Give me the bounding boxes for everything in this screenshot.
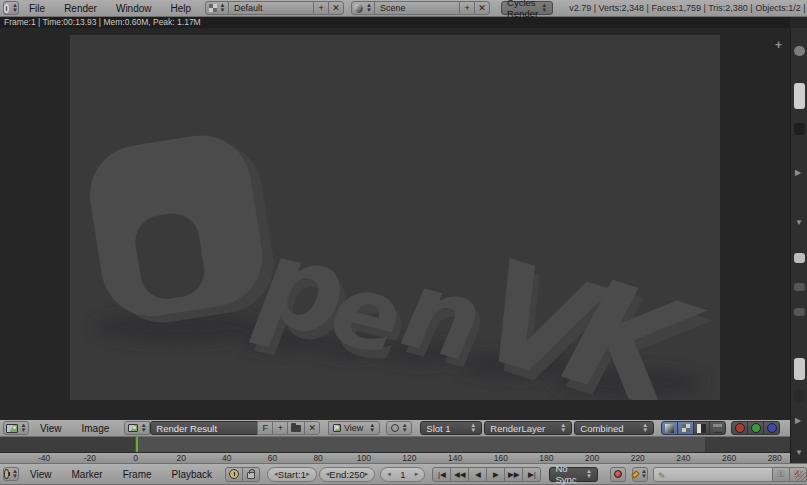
- jump-to-end-button[interactable]: ▶|: [522, 467, 541, 482]
- play-button[interactable]: ▶: [486, 467, 505, 482]
- blender-window: { "top_header": { "menus": ["File", "Ren…: [0, 0, 807, 485]
- keying-dropdown[interactable]: ▲▼: [632, 467, 648, 482]
- av-sync-dropdown[interactable]: No Sync ▲▼: [549, 467, 598, 482]
- alpha-checker-toggle[interactable]: [677, 421, 694, 435]
- panel-widget-fragment[interactable]: [794, 253, 805, 263]
- play-icon[interactable]: ▶: [795, 416, 801, 425]
- render-3d-text: p e n V K p e n V K: [70, 35, 720, 400]
- menu-image[interactable]: Image: [73, 423, 119, 434]
- jump-to-start-button[interactable]: |◀: [432, 467, 451, 482]
- scene-browse-dropdown[interactable]: ▲▼: [351, 1, 375, 15]
- layout-close-button[interactable]: ✕: [328, 1, 344, 15]
- menu-help[interactable]: Help: [162, 3, 201, 14]
- scene-close-button[interactable]: ✕: [474, 1, 490, 15]
- panel-widget-fragment[interactable]: [794, 46, 805, 56]
- menu-marker[interactable]: Marker: [63, 469, 112, 480]
- scene-add-button[interactable]: +: [459, 1, 475, 15]
- panel-widget-fragment[interactable]: [794, 358, 805, 380]
- render-layer-dropdown[interactable]: RenderLayer ▲▼: [484, 421, 572, 435]
- chevron-updown-icon: ▲▼: [12, 469, 18, 479]
- clock-icon: [4, 469, 9, 479]
- chevron-updown-icon: ▲▼: [369, 423, 375, 433]
- render-layer-value: RenderLayer: [490, 423, 545, 434]
- decrement-arrow-icon[interactable]: ◂: [387, 470, 391, 478]
- screen-layout-name-field[interactable]: Default: [228, 1, 314, 15]
- region-expand-plus-icon[interactable]: +: [775, 38, 782, 52]
- ruler-tick: 40: [222, 453, 231, 463]
- increment-arrow-icon[interactable]: ▸: [415, 470, 419, 478]
- pivot-dropdown[interactable]: ▲▼: [386, 421, 412, 435]
- menu-frame[interactable]: Frame: [114, 469, 161, 480]
- folder-icon: [291, 425, 301, 432]
- start-frame-field[interactable]: ◂ Start: 1 ▸: [267, 467, 317, 482]
- unlink-image-button[interactable]: ✕: [304, 421, 320, 435]
- z-buffer-toggle[interactable]: [709, 421, 726, 435]
- timeline-track-area[interactable]: [0, 437, 790, 452]
- current-frame-value: 1: [400, 469, 405, 480]
- image-name-field[interactable]: Render Result: [150, 421, 258, 435]
- red-channel-button[interactable]: [731, 421, 748, 435]
- layout-add-button[interactable]: +: [313, 1, 329, 15]
- render-engine-dropdown[interactable]: Cycles Render ▲▼: [501, 1, 553, 15]
- layers-icon: [713, 424, 722, 433]
- editor-mode-dropdown[interactable]: View ▲▼: [328, 421, 380, 435]
- play-reverse-button[interactable]: ◀: [468, 467, 487, 482]
- ruler-tick: -20: [84, 453, 96, 463]
- editor-type-dropdown[interactable]: i ▲▼: [3, 1, 19, 15]
- slot-dropdown[interactable]: Slot 1 ▲▼: [420, 421, 482, 435]
- editor-type-dropdown[interactable]: ▲▼: [3, 421, 29, 435]
- menu-view[interactable]: View: [21, 469, 61, 480]
- menu-playback[interactable]: Playback: [163, 469, 222, 480]
- timeline-frame-range: [135, 437, 705, 452]
- slot-value: Slot 1: [426, 423, 450, 434]
- previous-keyframe-button[interactable]: ◀◀: [450, 467, 469, 482]
- chevron-updown-icon: ▲▼: [642, 423, 648, 433]
- lock-icon: [247, 472, 255, 479]
- render-pass-dropdown[interactable]: Combined ▲▼: [574, 421, 654, 435]
- panel-widget-fragment[interactable]: [794, 283, 805, 291]
- play-icon[interactable]: ▶: [795, 168, 801, 177]
- increment-arrow-icon[interactable]: ▸: [365, 470, 369, 478]
- green-circle-icon: [751, 423, 761, 433]
- active-keying-set-field[interactable]: [653, 467, 773, 482]
- open-image-button[interactable]: [287, 421, 305, 435]
- screen-layout-browse-dropdown[interactable]: ▲▼: [205, 1, 229, 15]
- insert-keyframe-button[interactable]: ⚿: [772, 467, 790, 482]
- image-browse-dropdown[interactable]: ▲▼: [124, 421, 150, 435]
- layout-icon: [209, 4, 217, 12]
- fake-user-button[interactable]: F: [257, 421, 273, 435]
- end-frame-field[interactable]: ◂ End: 250 ▸: [319, 467, 375, 482]
- timeline-playhead[interactable]: [136, 437, 138, 452]
- preview-range-toggle[interactable]: [225, 467, 243, 482]
- alpha-only-toggle[interactable]: [693, 421, 710, 435]
- color-management-toggle[interactable]: [661, 421, 678, 435]
- timeline-ruler[interactable]: -40-200204060801001201401601802002202402…: [0, 452, 790, 463]
- gradient-icon: [665, 424, 674, 433]
- menu-file[interactable]: File: [20, 3, 54, 14]
- chevron-updown-icon: ▲▼: [12, 3, 18, 13]
- menu-render[interactable]: Render: [55, 3, 106, 14]
- editor-type-dropdown[interactable]: ▲▼: [3, 467, 19, 481]
- corner-resize-grip[interactable]: [795, 471, 806, 482]
- blue-channel-button[interactable]: [763, 421, 780, 435]
- new-image-button[interactable]: +: [272, 421, 288, 435]
- panel-widget-fragment[interactable]: [794, 390, 805, 402]
- end-value: 250: [349, 469, 365, 480]
- scene-name-field[interactable]: Scene: [374, 1, 460, 15]
- next-keyframe-button[interactable]: ▶▶: [504, 467, 523, 482]
- panel-widget-fragment[interactable]: [794, 83, 805, 109]
- chevron-down-icon[interactable]: ▼: [795, 448, 803, 457]
- green-channel-button[interactable]: [747, 421, 764, 435]
- panel-widget-fragment[interactable]: [794, 123, 805, 135]
- start-value: 1: [301, 469, 306, 480]
- increment-arrow-icon[interactable]: ▸: [306, 470, 310, 478]
- current-frame-field[interactable]: ◂ 1 ▸: [380, 467, 425, 482]
- chevron-updown-icon: ▲▼: [541, 3, 547, 13]
- chevron-down-icon[interactable]: ▼: [795, 218, 803, 227]
- menu-view[interactable]: View: [31, 423, 71, 434]
- lock-time-toggle[interactable]: [242, 467, 260, 482]
- panel-widget-fragment[interactable]: [794, 308, 805, 316]
- auto-keyframe-record-button[interactable]: [610, 467, 626, 482]
- menu-window[interactable]: Window: [107, 3, 161, 14]
- ruler-tick: 80: [313, 453, 322, 463]
